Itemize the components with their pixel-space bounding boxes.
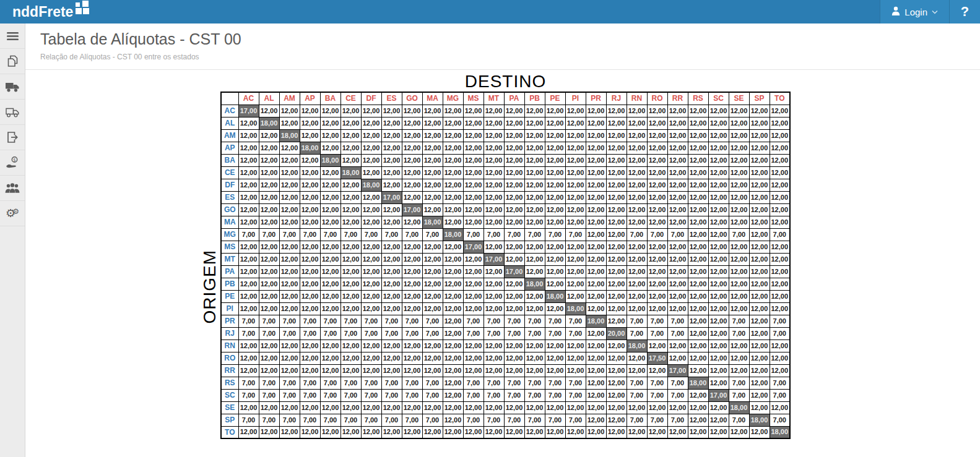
matrix-cell: 12,00 <box>320 142 340 154</box>
matrix-cell: 7,00 <box>340 228 361 241</box>
sidebar-item-freight[interactable] <box>0 74 25 100</box>
matrix-cell: 12,00 <box>565 401 586 414</box>
matrix-cell: 12,00 <box>443 129 463 142</box>
matrix-cell: 12,00 <box>443 203 463 216</box>
matrix-cell: 12,00 <box>524 179 545 191</box>
matrix-cell: 12,00 <box>381 340 402 352</box>
matrix-row: AM12,0012,0018,0012,0012,0012,0012,0012,… <box>221 129 790 142</box>
matrix-cell: 7,00 <box>545 377 565 389</box>
matrix-diagonal-cell: 20,00 <box>606 327 627 340</box>
matrix-cell: 12,00 <box>443 105 463 117</box>
matrix-cell: 12,00 <box>320 129 340 142</box>
matrix-cell: 12,00 <box>443 278 463 290</box>
matrix-cell: 12,00 <box>565 166 586 179</box>
matrix-cell: 12,00 <box>729 278 749 290</box>
matrix-cell: 12,00 <box>627 265 647 278</box>
matrix-cell: 7,00 <box>259 327 279 340</box>
matrix-cell: 12,00 <box>402 352 422 364</box>
sidebar-item-documents[interactable] <box>0 49 25 74</box>
matrix-row-header: DF <box>221 179 238 191</box>
matrix-cell: 12,00 <box>688 426 708 438</box>
matrix-cell: 12,00 <box>361 105 381 117</box>
matrix-diagonal-cell: 18,00 <box>565 302 586 315</box>
matrix-cell: 12,00 <box>238 203 259 216</box>
matrix-cell: 7,00 <box>504 327 524 340</box>
matrix-cell: 7,00 <box>238 315 259 327</box>
matrix-col-header: MS <box>463 92 483 105</box>
matrix-cell: 12,00 <box>606 154 627 166</box>
matrix-cell: 12,00 <box>402 105 422 117</box>
matrix-corner-cell <box>221 92 238 105</box>
matrix-cell: 7,00 <box>300 414 320 426</box>
matrix-cell: 12,00 <box>259 265 279 278</box>
matrix-cell: 12,00 <box>361 340 381 352</box>
matrix-cell: 12,00 <box>586 203 606 216</box>
matrix-cell: 12,00 <box>504 253 524 265</box>
matrix-cell: 7,00 <box>463 389 483 401</box>
matrix-cell: 12,00 <box>688 129 708 142</box>
matrix-cell: 12,00 <box>667 302 688 315</box>
matrix-cell: 12,00 <box>259 179 279 191</box>
matrix-cell: 12,00 <box>647 401 667 414</box>
matrix-cell: 12,00 <box>688 401 708 414</box>
matrix-cell: 12,00 <box>749 278 770 290</box>
sidebar-item-menu[interactable] <box>0 23 25 49</box>
matrix-cell: 12,00 <box>443 364 463 377</box>
matrix-cell: 7,00 <box>340 377 361 389</box>
sidebar-item-export[interactable] <box>0 125 25 150</box>
matrix-cell: 12,00 <box>545 302 565 315</box>
matrix-cell: 12,00 <box>627 203 647 216</box>
matrix-col-header: PB <box>524 92 545 105</box>
matrix-cell: 12,00 <box>443 401 463 414</box>
matrix-row: AL12,0018,0012,0012,0012,0012,0012,0012,… <box>221 117 790 129</box>
sidebar-item-delivery[interactable] <box>0 100 25 125</box>
matrix-cell: 12,00 <box>708 327 729 340</box>
matrix-cell: 12,00 <box>279 142 300 154</box>
matrix-cell: 12,00 <box>300 129 320 142</box>
matrix-cell: 7,00 <box>504 377 524 389</box>
matrix-diagonal-cell: 17,00 <box>483 253 504 265</box>
login-button[interactable]: Login <box>880 0 949 23</box>
matrix-cell: 7,00 <box>647 414 667 426</box>
matrix-cell: 12,00 <box>606 389 627 401</box>
matrix-col-header: PI <box>565 92 586 105</box>
matrix-cell: 7,00 <box>524 389 545 401</box>
matrix-row: MS12,0012,0012,0012,0012,0012,0012,0012,… <box>221 241 790 253</box>
matrix-row: RS7,007,007,007,007,007,007,007,007,007,… <box>221 377 790 389</box>
matrix-cell: 12,00 <box>708 278 729 290</box>
matrix-diagonal-cell: 17,00 <box>504 265 524 278</box>
matrix-cell: 12,00 <box>770 117 790 129</box>
matrix-cell: 12,00 <box>279 105 300 117</box>
sidebar-item-billing[interactable]: $ <box>0 150 25 176</box>
matrix-cell: 12,00 <box>667 426 688 438</box>
content-area: Tabela de Alíquotas - CST 00 Relação de … <box>25 23 980 457</box>
matrix-cell: 12,00 <box>749 228 770 241</box>
matrix-cell: 12,00 <box>340 179 361 191</box>
matrix-cell: 7,00 <box>729 315 749 327</box>
matrix-cell: 12,00 <box>565 290 586 302</box>
matrix-cell: 12,00 <box>443 265 463 278</box>
matrix-cell: 12,00 <box>463 154 483 166</box>
sidebar-item-settings[interactable]: ⚙⚙ <box>0 201 25 226</box>
matrix-cell: 12,00 <box>361 401 381 414</box>
matrix-col-header: MT <box>483 92 504 105</box>
matrix-cell: 12,00 <box>422 352 443 364</box>
matrix-cell: 12,00 <box>279 154 300 166</box>
matrix-cell: 12,00 <box>463 253 483 265</box>
help-button[interactable]: ? <box>949 0 980 23</box>
matrix-cell: 12,00 <box>545 191 565 203</box>
matrix-cell: 12,00 <box>443 414 463 426</box>
matrix-cell: 7,00 <box>422 327 443 340</box>
brand-logo[interactable]: nddFrete <box>12 0 90 23</box>
matrix-cell: 12,00 <box>443 377 463 389</box>
matrix-diagonal-cell: 18,00 <box>422 216 443 228</box>
sidebar-item-users[interactable] <box>0 176 25 201</box>
matrix-cell: 12,00 <box>361 117 381 129</box>
matrix-cell: 12,00 <box>708 377 729 389</box>
matrix-cell: 7,00 <box>770 315 790 327</box>
matrix-diagonal-cell: 18,00 <box>729 401 749 414</box>
matrix-cell: 12,00 <box>606 142 627 154</box>
matrix-cell: 12,00 <box>340 253 361 265</box>
matrix-cell: 12,00 <box>300 179 320 191</box>
matrix-diagonal-cell: 18,00 <box>545 290 565 302</box>
